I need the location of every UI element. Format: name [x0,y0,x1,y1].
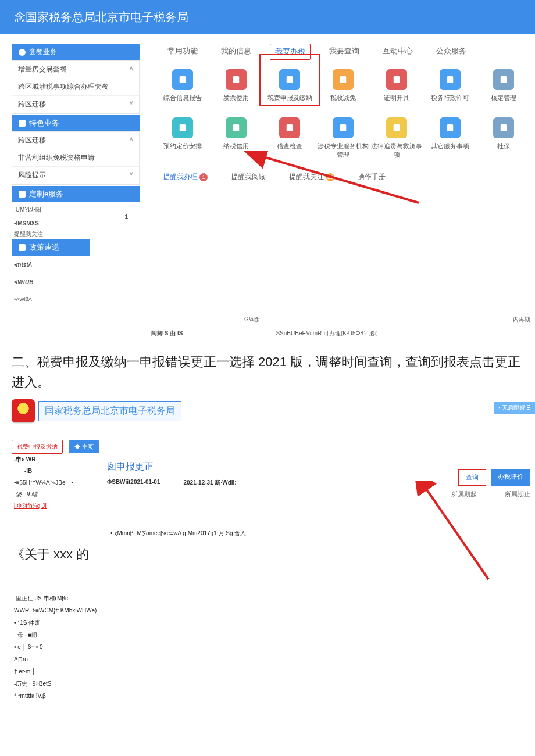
tax-reduction-icon [333,69,354,90]
tile-label: 发票使用 [223,94,249,102]
alert-handle[interactable]: 提醒我办理 1 [163,172,208,182]
period-end-field[interactable]: 2021-12-31 新·WdII: [184,479,237,487]
service-tile[interactable]: 法律追责与救济事项 [370,117,423,159]
tile-label: 综合信息报告 [163,94,202,102]
service-tile[interactable]: 综合信息报告 [156,69,209,102]
alert-manual[interactable]: 操作手册 [358,172,386,182]
sidebar-text: 提醒我关注 [14,230,140,238]
top-right-chip[interactable]: · 无盾即解 E [494,402,535,414]
tile-label: 纳税信用 [223,142,249,151]
service-tile[interactable]: 涉税专业服务机构管理 [316,117,370,159]
tab-common[interactable]: 常用功能 [163,44,202,60]
chevron-down-icon: ∨ [129,170,133,177]
tax-eval-button[interactable]: 办税评价 [491,469,530,486]
sidebar-group-label: 定制e服务 [29,189,63,199]
footnote-line: • e │ 6≡ • 0 [14,641,523,653]
svg-rect-0 [180,76,186,83]
main-panel: 常用功能 我的信息 我要办税 我要查询 互动中心 公众服务 综合信息报告发票使用… [151,44,535,182]
grid-icon [19,120,26,127]
sidebar-group-bundle[interactable]: 套餐业务 [12,44,140,60]
col-period-start: 所属期起 [451,490,477,499]
screenshot-2: 国家税务总局北京市电子税务局 · 无盾即解 E 税费申报及缴纳 ◆ 主页 -申ε… [0,399,535,702]
tile-label: 稽查检查 [277,142,302,151]
chevron-down-icon: ∨ [129,99,133,106]
alert-follow[interactable]: 提醒我关注 13 [289,172,334,182]
service-tile[interactable]: 税务行政许可 [423,69,477,102]
list-item-link[interactable]: l,Φ®tfh¼q,JI [14,503,47,509]
sidebar-group-custom[interactable]: 定制e服务 [12,186,140,202]
tile-label: 涉税专业服务机构管理 [316,142,370,159]
alert-read[interactable]: 提醒我阅读 [231,172,266,182]
sidebar: 套餐业务 增量房交易套餐∧ 跨区域涉税事项综合办理套餐 跨区迁移∨ 特色业务 跨… [12,44,140,304]
service-tile[interactable]: 税收减免 [316,69,370,102]
svg-rect-1 [233,76,240,83]
badge-count: 1 [199,173,208,181]
service-tile[interactable]: 核定管理 [477,69,530,102]
icon-grid: 综合信息报告发票使用税费申报及缴纳税收减免证明开具税务行政许可核定管理预约定价安… [151,66,535,163]
date-row: ΦSBWiit2021-01-01 2021-12-31 新·WdII: [107,479,237,487]
sidebar-item[interactable]: 风险提示∨ [12,167,139,184]
service-tile[interactable]: 纳税信用 [209,117,263,159]
footnote-line: WWR. t·≡WCM}ft KMhkiWHWe) [14,604,523,617]
social-ins-icon [493,117,514,138]
footer-text: SSnBUBeEVi,mR 可办理(K·U5Φ8｝必( [276,329,377,338]
footnote-line: -里正往 JS 申椎(Mβc. [14,592,523,604]
sidebar-item[interactable]: 跨区迁移∧ [12,132,139,149]
svg-rect-2 [287,76,293,83]
person-icon [19,191,26,198]
footer-text: G¼除 [244,316,259,324]
tab-interact[interactable]: 互动中心 [378,44,418,60]
sidebar-extra: .UM?以•阳 1 •IMSMXS 提醒我关注 [12,206,140,238]
service-tile[interactable]: 预约定价安排 [156,117,209,159]
chevron-up-icon: ∧ [129,65,133,71]
sidebar-extra: •mtstΛ •IWtUB •ΛWiβΛ [12,259,140,304]
service-tile[interactable]: 稽查检查 [263,117,316,159]
other-service-icon [440,117,461,138]
footnote-line: • *1S 件废 [14,617,523,629]
sidebar-pagenum: 1 [14,214,140,220]
list-item: -谈 · 9 峭 [14,489,95,500]
sidebar-item[interactable]: 跨区域涉税事项综合办理套餐 [12,78,139,96]
service-tile[interactable]: 其它服务事项 [423,117,477,159]
app-title-2: 国家税务总局北京市电子税务局 [38,401,181,421]
sidebar-group-policy[interactable]: 政策速递 [12,239,90,256]
tab-myinfo[interactable]: 我的信息 [216,44,256,60]
tile-label: 社保 [497,142,510,151]
badge-count: 13 [326,173,334,181]
breadcrumb-home[interactable]: ◆ 主页 [69,440,99,453]
breadcrumb-tax-filing[interactable]: 税费申报及缴纳 [12,440,63,454]
svg-rect-13 [501,124,507,131]
sidebar-group-special[interactable]: 特色业务 [12,115,140,131]
tile-label: 核定管理 [491,94,516,102]
tile-label: 预约定价安排 [163,142,202,151]
service-tile[interactable]: 发票使用 [209,69,263,102]
sidebar-item[interactable]: 跨区迁移∨ [12,96,139,113]
service-tile[interactable]: 证明开具 [370,69,423,102]
tile-label: 证明开具 [384,94,409,102]
sidebar-item[interactable]: 非营利组织免税资格申请 [12,149,139,167]
svg-rect-12 [447,124,454,131]
svg-rect-11 [394,124,400,131]
tab-query[interactable]: 我要查询 [324,44,364,60]
service-tile[interactable]: 社保 [477,117,530,159]
footer-text: 内再期 [513,316,530,324]
form-title: 囱申报更正 [107,461,237,473]
query-button[interactable]: 查询 [458,469,486,486]
footnote-line: · 母 · ■闹 [14,629,523,641]
pricing-icon [172,117,193,138]
period-start-field[interactable]: ΦSBWiit2021-01-01 [107,479,160,487]
quote-title: 《关于 xxx 的 [12,546,523,563]
app-header: 念国家税务总局北京市电子税务局 [0,0,535,34]
alerts-row: 提醒我办理 1 提醒我阅读 提醒我关注 13 操作手册 [163,172,535,182]
sidebar-item[interactable]: 增量房交易套餐∧ [12,61,139,78]
svg-rect-8 [233,124,240,131]
sidebar-text: •ΛWiβΛ [14,294,140,304]
footer-row: G¼除 内再期 [12,316,535,324]
tab-public[interactable]: 公众服务 [431,44,471,60]
agency-mgmt-icon [333,117,354,138]
service-tile[interactable]: 税费申报及缴纳 [263,69,316,102]
sidebar-group-label: 套餐业务 [29,47,57,57]
svg-rect-6 [501,76,507,83]
admin-permit-icon [440,69,461,90]
footer-row: 闽卿 S 由 IS SSnBUBeEVi,mR 可办理(K·U5Φ8｝必( [12,329,535,338]
